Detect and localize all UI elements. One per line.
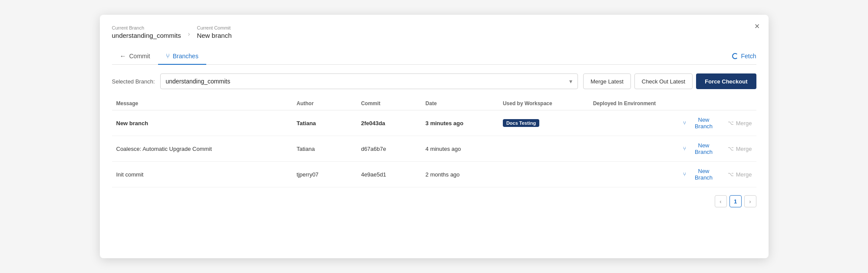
current-commit-section: Current Commit New branch: [197, 25, 231, 39]
fetch-refresh-icon: [732, 53, 738, 59]
cell-author: Tatiana: [292, 136, 356, 162]
col-header-actions2: [723, 97, 756, 110]
fetch-label: Fetch: [741, 53, 756, 60]
merge-latest-button[interactable]: Merge Latest: [583, 73, 631, 89]
new-branch-button[interactable]: ⑂New Branch: [683, 117, 719, 130]
merge-button[interactable]: ⌥Merge: [728, 171, 752, 178]
check-out-latest-button[interactable]: Check Out Latest: [634, 73, 693, 89]
branch-icon: ⑂: [683, 120, 686, 126]
col-header-message: Message: [112, 97, 293, 110]
cell-commit: d67a6b7e: [356, 136, 421, 162]
tabs-left: ← Commit ⑂ Branches: [112, 48, 206, 64]
cell-message: Coalesce: Automatic Upgrade Commit: [112, 136, 293, 162]
col-header-date: Date: [421, 97, 498, 110]
header-info: Current Branch understanding_commits › C…: [112, 25, 756, 39]
cell-new-branch: ⑂New Branch: [679, 162, 723, 187]
merge-icon: ⌥: [728, 171, 734, 177]
fetch-button[interactable]: Fetch: [732, 53, 756, 60]
commit-icon: ←: [120, 52, 126, 60]
current-branch-value: understanding_commits: [112, 32, 181, 39]
commits-table: Message Author Commit Date Used by Works…: [112, 97, 756, 187]
cell-message: New branch: [112, 110, 293, 136]
cell-date: 3 minutes ago: [421, 110, 498, 136]
action-buttons: Merge Latest Check Out Latest Force Chec…: [583, 73, 756, 89]
cell-environment: [589, 110, 679, 136]
current-commit-value: New branch: [197, 32, 231, 39]
current-page: 1: [729, 195, 742, 207]
cell-merge: ⌥Merge: [723, 136, 756, 162]
pagination: ‹ 1 ›: [112, 195, 756, 207]
cell-workspace: Docs Testing: [498, 110, 589, 136]
modal: × Current Branch understanding_commits ›…: [100, 15, 769, 258]
cell-merge: ⌥Merge: [723, 110, 756, 136]
current-commit-label: Current Commit: [197, 25, 231, 30]
table-row: Init committjperry074e9ae5d12 months ago…: [112, 162, 756, 187]
cell-commit: 4e9ae5d1: [356, 162, 421, 187]
col-header-author: Author: [292, 97, 356, 110]
merge-icon: ⌥: [728, 146, 734, 152]
current-branch-label: Current Branch: [112, 25, 181, 30]
tabs-container: ← Commit ⑂ Branches Fetch: [112, 48, 756, 65]
merge-icon: ⌥: [728, 120, 734, 126]
branch-icon: ⑂: [683, 171, 686, 177]
col-header-actions1: [679, 97, 723, 110]
new-branch-button[interactable]: ⑂New Branch: [683, 168, 719, 181]
branch-select-dropdown[interactable]: understanding_commits ▾: [160, 73, 578, 89]
tab-branches-label: Branches: [173, 53, 198, 60]
col-header-commit: Commit: [356, 97, 421, 110]
current-branch-section: Current Branch understanding_commits: [112, 25, 181, 39]
branch-select-value: understanding_commits: [166, 78, 231, 85]
table-header-row: Message Author Commit Date Used by Works…: [112, 97, 756, 110]
merge-button[interactable]: ⌥Merge: [728, 146, 752, 152]
cell-author: Tatiana: [292, 110, 356, 136]
cell-environment: [589, 162, 679, 187]
selected-branch-row: Selected Branch: understanding_commits ▾…: [112, 73, 756, 89]
cell-author: tjperry07: [292, 162, 356, 187]
cell-merge: ⌥Merge: [723, 162, 756, 187]
tab-commit-label: Commit: [129, 53, 150, 60]
cell-new-branch: ⑂New Branch: [679, 136, 723, 162]
prev-page-button[interactable]: ‹: [715, 195, 727, 207]
cell-new-branch: ⑂New Branch: [679, 110, 723, 136]
new-branch-button[interactable]: ⑂New Branch: [683, 142, 719, 155]
tab-commit[interactable]: ← Commit: [112, 48, 158, 65]
cell-commit: 2fe043da: [356, 110, 421, 136]
col-header-workspace: Used by Workspace: [498, 97, 589, 110]
cell-environment: [589, 136, 679, 162]
header-arrow-icon: ›: [188, 30, 190, 37]
force-checkout-button[interactable]: Force Checkout: [696, 73, 756, 89]
table-row: New branchTatiana2fe043da3 minutes agoDo…: [112, 110, 756, 136]
cell-date: 2 months ago: [421, 162, 498, 187]
workspace-badge: Docs Testing: [503, 119, 539, 127]
selected-branch-label: Selected Branch:: [112, 78, 155, 85]
cell-message: Init commit: [112, 162, 293, 187]
cell-workspace: [498, 162, 589, 187]
branches-icon: ⑂: [166, 52, 170, 60]
branch-icon: ⑂: [683, 146, 686, 152]
next-page-button[interactable]: ›: [744, 195, 756, 207]
cell-workspace: [498, 136, 589, 162]
col-header-environment: Deployed In Environment: [589, 97, 679, 110]
table-row: Coalesce: Automatic Upgrade CommitTatian…: [112, 136, 756, 162]
close-button[interactable]: ×: [755, 22, 760, 30]
tab-branches[interactable]: ⑂ Branches: [158, 48, 206, 65]
merge-button[interactable]: ⌥Merge: [728, 120, 752, 127]
chevron-down-icon: ▾: [569, 78, 572, 85]
cell-date: 4 minutes ago: [421, 136, 498, 162]
